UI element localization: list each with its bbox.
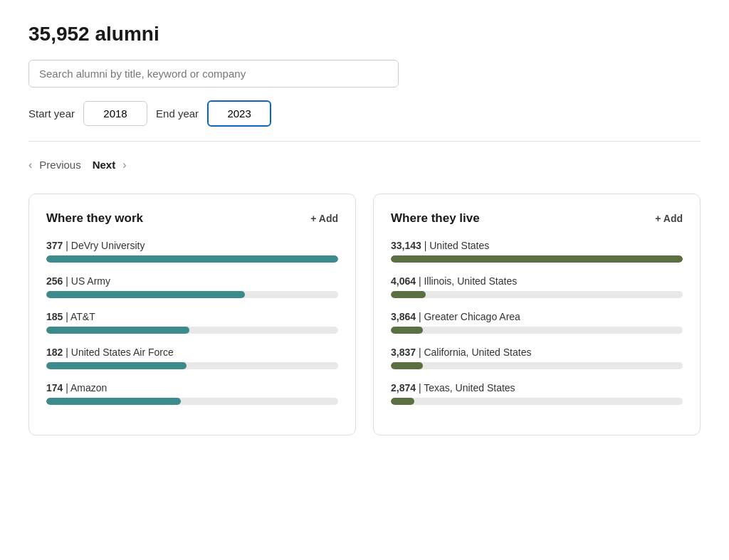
bar-track (391, 327, 683, 334)
cards-row: Where they work+ Add377 | DeVry Universi… (28, 194, 701, 435)
card-where-they-work: Where they work+ Add377 | DeVry Universi… (28, 194, 356, 435)
bar-item: 4,064 | Illinois, United States (391, 275, 683, 298)
bar-fill (391, 398, 414, 405)
bar-track (46, 255, 338, 263)
bar-label: 4,064 | Illinois, United States (391, 275, 683, 287)
card-title-where-they-live: Where they live (391, 211, 480, 226)
bar-label: 185 | AT&T (46, 311, 338, 322)
previous-button[interactable]: Previous (35, 156, 85, 174)
bar-item: 3,864 | Greater Chicago Area (391, 311, 683, 334)
bar-track (391, 398, 683, 405)
start-year-input[interactable] (83, 101, 147, 126)
divider (28, 141, 701, 142)
bar-label: 174 | Amazon (46, 382, 338, 393)
bar-label: 3,837 | California, United States (391, 347, 683, 358)
bar-label: 377 | DeVry University (46, 240, 338, 251)
bar-track (391, 291, 683, 298)
bar-item: 256 | US Army (46, 275, 338, 298)
bar-item: 377 | DeVry University (46, 240, 338, 263)
bar-fill (46, 291, 245, 298)
bar-fill (46, 255, 338, 263)
bar-fill (46, 362, 187, 369)
card-header-where-they-live: Where they live+ Add (391, 211, 683, 226)
previous-chevron-icon: ‹ (28, 159, 32, 171)
bar-item: 185 | AT&T (46, 311, 338, 334)
bar-item: 3,837 | California, United States (391, 347, 683, 369)
bar-track (391, 362, 683, 369)
start-year-label: Start year (28, 107, 75, 120)
bar-track (46, 291, 338, 298)
card-header-where-they-work: Where they work+ Add (46, 211, 338, 226)
bar-label: 182 | United States Air Force (46, 347, 338, 358)
bar-fill (46, 327, 189, 334)
card-where-they-live: Where they live+ Add33,143 | United Stat… (373, 194, 701, 435)
bar-item: 182 | United States Air Force (46, 347, 338, 369)
bar-label: 3,864 | Greater Chicago Area (391, 311, 683, 322)
bar-track (391, 255, 683, 263)
bar-label: 2,874 | Texas, United States (391, 382, 683, 393)
next-chevron-icon: › (122, 159, 126, 171)
card-title-where-they-work: Where they work (46, 211, 143, 226)
bar-label: 256 | US Army (46, 275, 338, 287)
next-button[interactable]: Next (88, 156, 120, 174)
search-input[interactable] (28, 60, 399, 88)
bar-track (46, 398, 338, 405)
bar-track (46, 327, 338, 334)
bar-fill (391, 362, 423, 369)
end-year-input[interactable] (207, 100, 271, 127)
bar-fill (46, 398, 181, 405)
bar-fill (391, 291, 426, 298)
bar-fill (391, 327, 423, 334)
end-year-label: End year (156, 107, 199, 120)
add-button-where-they-work[interactable]: + Add (310, 213, 338, 224)
bar-item: 174 | Amazon (46, 382, 338, 405)
pagination-nav: ‹ Previous Next › (28, 156, 701, 174)
bar-label: 33,143 | United States (391, 240, 683, 251)
add-button-where-they-live[interactable]: + Add (655, 213, 683, 224)
page-title: 35,952 alumni (28, 23, 701, 46)
bar-fill (391, 255, 683, 263)
year-filter-row: Start year End year (28, 100, 701, 127)
bar-track (46, 362, 338, 369)
bar-item: 2,874 | Texas, United States (391, 382, 683, 405)
bar-item: 33,143 | United States (391, 240, 683, 263)
